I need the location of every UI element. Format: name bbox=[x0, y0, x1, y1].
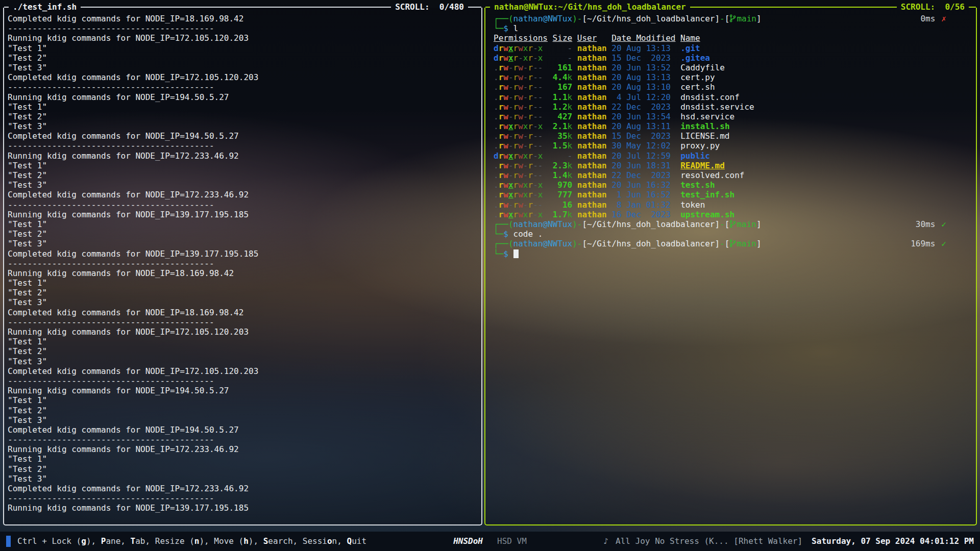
command-timer: 30ms✓ bbox=[916, 219, 946, 229]
column-header: Size bbox=[553, 33, 573, 43]
file-size: 161 bbox=[557, 63, 572, 72]
permission-char: r bbox=[513, 151, 519, 161]
terminal-line: "Test 2" bbox=[8, 288, 476, 297]
file-size: - bbox=[568, 151, 573, 161]
prompt-user-host: nathan@NWTux bbox=[513, 219, 573, 229]
terminal-line: "Test 2" bbox=[8, 112, 476, 121]
prompt-frame: [ bbox=[725, 219, 730, 229]
permission-char: w bbox=[503, 72, 508, 82]
git-branch-label: main bbox=[737, 239, 756, 248]
permission-char: r bbox=[499, 131, 504, 141]
terminal-line: "Test 2" bbox=[8, 53, 476, 63]
command-duration: 30ms bbox=[916, 219, 936, 229]
border-segment bbox=[81, 7, 391, 8]
prompt-path: [~/Git/hns_doh_loadbalancer] bbox=[582, 239, 720, 248]
permission-char: - bbox=[533, 200, 538, 210]
permission-char: - bbox=[533, 170, 538, 180]
permission-char: . bbox=[494, 92, 499, 102]
file-name: dnsdist.conf bbox=[680, 92, 740, 102]
permission-char: r bbox=[499, 43, 504, 53]
permission-char: . bbox=[494, 112, 499, 121]
permission-char: - bbox=[508, 141, 513, 151]
file-row: .rw-rw-r-- 167 nathan 20 Aug 13:10 cert.… bbox=[494, 82, 971, 92]
terminal-screen: ./test_inf.sh SCROLL: 0/480 Completed kd… bbox=[0, 0, 980, 551]
prompt-path: [~/Git/hns_doh_loadbalancer] bbox=[582, 14, 720, 23]
tab-hsd-vm[interactable]: HSD VM bbox=[497, 536, 527, 546]
prompt-frame: ] bbox=[756, 219, 762, 229]
terminal-line: Running kdig commands for NODE_IP=172.10… bbox=[8, 33, 476, 43]
file-row: drwxrwxr-x - nathan 20 Jul 12:59 public bbox=[494, 151, 971, 161]
permission-char: x bbox=[508, 210, 513, 219]
permission-char: w bbox=[503, 131, 508, 141]
terminal-line: ----------------------------------------… bbox=[8, 435, 476, 444]
permission-char: r bbox=[499, 102, 504, 112]
right-terminal-output[interactable]: ┌──(nathan@NWTux)-[~/Git/hns_doh_loadbal… bbox=[485, 13, 976, 259]
permission-char: r bbox=[528, 200, 533, 210]
file-name: token bbox=[680, 200, 705, 210]
permission-char: x bbox=[538, 43, 543, 53]
permission-char: - bbox=[533, 190, 538, 199]
permission-char: r bbox=[499, 200, 504, 210]
file-date: 30 May 12:02 bbox=[611, 141, 675, 151]
tab-hnsdoh[interactable]: HNSDoH bbox=[453, 536, 483, 546]
now-playing-text: All Joy No Stress (K... [Rhett Walker] bbox=[616, 536, 802, 546]
terminal-line: Completed kdig commands for NODE_IP=172.… bbox=[8, 484, 476, 493]
pane-left[interactable]: ./test_inf.sh SCROLL: 0/480 Completed kd… bbox=[3, 8, 482, 525]
permission-char: r bbox=[499, 180, 504, 190]
permission-char: r bbox=[528, 63, 533, 72]
pane-right[interactable]: nathan@NWTux:~/Git/hns_doh_loadbalancer … bbox=[484, 8, 977, 525]
keybinding-hotkey: Q bbox=[347, 536, 352, 546]
permission-char: - bbox=[538, 170, 543, 180]
terminal-line: Completed kdig commands for NODE_IP=139.… bbox=[8, 249, 476, 259]
file-row: .rwxrwxr-x 970 nathan 20 Jun 16:32 test.… bbox=[494, 180, 971, 190]
file-name: .gitea bbox=[680, 53, 710, 63]
permission-char: r bbox=[499, 190, 504, 199]
permission-char: - bbox=[538, 161, 543, 170]
file-date: 16 Dec 2023 bbox=[611, 210, 675, 219]
git-branch-label: main bbox=[737, 219, 756, 229]
left-terminal-output[interactable]: Completed kdig commands for NODE_IP=18.1… bbox=[4, 13, 481, 513]
permission-char: r bbox=[499, 170, 504, 180]
permission-char: - bbox=[533, 82, 538, 92]
prompt-char: $ bbox=[503, 229, 508, 239]
keybinding-hotkey: P bbox=[101, 536, 106, 546]
mode-indicator bbox=[6, 536, 11, 547]
column-header: User bbox=[577, 33, 597, 43]
permission-char: r bbox=[528, 210, 533, 219]
terminal-line: Running kdig commands for NODE_IP=194.50… bbox=[8, 386, 476, 395]
prompt-frame: └─ bbox=[494, 23, 503, 33]
file-date: 20 Jul 12:59 bbox=[611, 151, 675, 161]
permission-char: w bbox=[503, 53, 508, 63]
command-timer: 169ms✓ bbox=[911, 239, 946, 248]
file-size-unit: k bbox=[568, 131, 573, 141]
permission-char: r bbox=[528, 190, 533, 199]
prompt-path: [~/Git/hns_doh_loadbalancer] bbox=[582, 219, 720, 229]
permission-char: x bbox=[538, 121, 543, 131]
prompt-user-host: nathan@NWTux bbox=[513, 14, 573, 23]
file-date: 20 Aug 13:13 bbox=[611, 72, 675, 82]
file-name: test.sh bbox=[680, 180, 715, 190]
permission-char: - bbox=[508, 72, 513, 82]
file-row: drwxrwxr-x - nathan 20 Aug 13:13 .git bbox=[494, 43, 971, 53]
permission-char: r bbox=[528, 92, 533, 102]
permission-char: w bbox=[518, 72, 523, 82]
prompt-frame: )- bbox=[572, 14, 582, 23]
file-size: 2.3 bbox=[553, 161, 568, 170]
permission-char: r bbox=[528, 82, 533, 92]
terminal-line: "Test 1" bbox=[8, 219, 476, 229]
file-name: proxy.py bbox=[680, 141, 720, 151]
keybinding-hotkey: S bbox=[263, 536, 268, 546]
permission-char: r bbox=[499, 53, 504, 63]
permission-char: w bbox=[503, 210, 508, 219]
permission-char: . bbox=[494, 72, 499, 82]
permission-char: d bbox=[494, 53, 499, 63]
permission-char: - bbox=[538, 141, 543, 151]
terminal-line: ----------------------------------------… bbox=[8, 317, 476, 327]
command-text: l bbox=[513, 23, 519, 33]
permission-char: w bbox=[518, 43, 523, 53]
permission-char: r bbox=[499, 121, 504, 131]
file-row: .rw-rw-r-- 427 nathan 20 Jun 13:54 hsd.s… bbox=[494, 112, 971, 121]
permission-char: r bbox=[513, 161, 519, 170]
file-size-unit: k bbox=[568, 72, 573, 82]
permission-char: w bbox=[518, 112, 523, 121]
